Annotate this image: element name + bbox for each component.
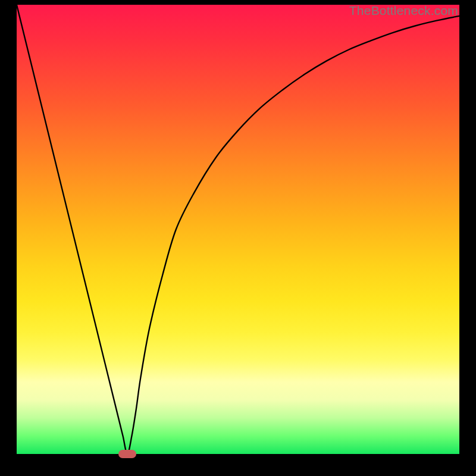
curve-layer [17, 5, 459, 454]
optimal-marker [118, 450, 136, 458]
watermark-text: TheBottleneck.com [349, 4, 458, 18]
bottleneck-curve [17, 5, 459, 454]
plot-area [17, 5, 459, 454]
chart-stage: TheBottleneck.com [0, 0, 476, 476]
